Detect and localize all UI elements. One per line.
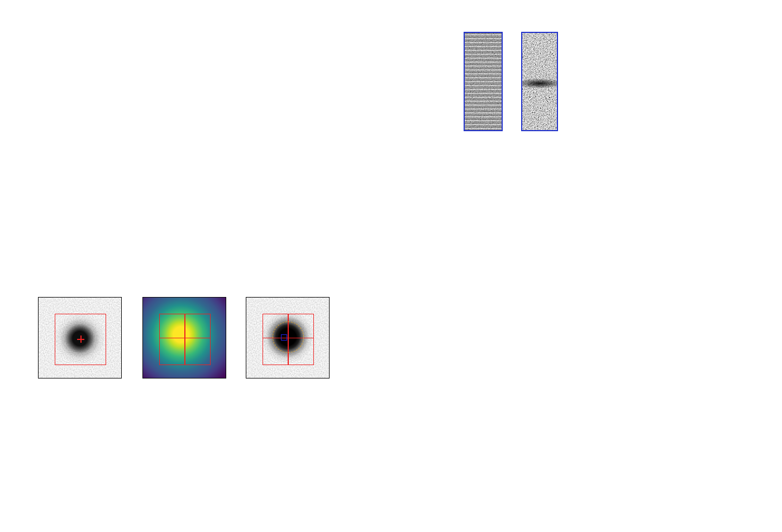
extraction-box — [263, 314, 314, 365]
cutout-lineflux-map — [126, 282, 243, 404]
full-spectrum-plot — [31, 150, 740, 261]
sky-noise-overlay — [465, 33, 502, 130]
clean-image — [521, 32, 558, 131]
hsc-r-image — [246, 297, 330, 378]
lineflux-map-image — [142, 297, 226, 378]
line-fit-zoom-plot — [578, 27, 735, 124]
cutout-fiber-positions — [21, 282, 139, 404]
with-sky-image — [464, 32, 503, 131]
center-marker-icon — [80, 336, 82, 343]
extraction-box — [159, 314, 211, 365]
fiber-positions-image — [38, 297, 122, 378]
cutout-hsc-r — [229, 282, 346, 404]
dark-trace-streak — [522, 33, 557, 130]
